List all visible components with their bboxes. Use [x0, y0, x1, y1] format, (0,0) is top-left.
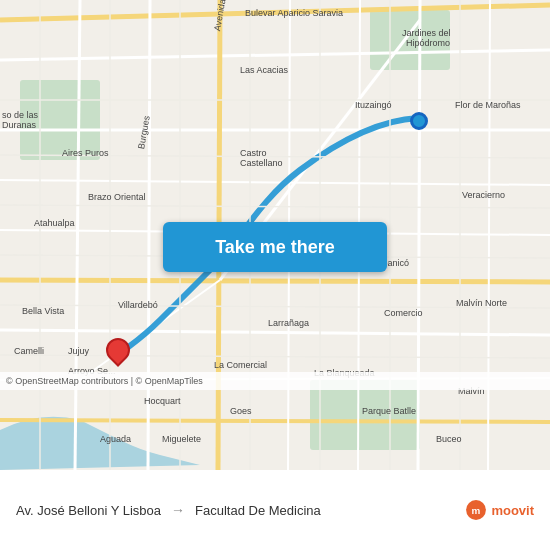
- label-atahualpa: Atahualpa: [34, 218, 75, 228]
- map-container: Bulevar Aparicio Saravia Jardines del Hi…: [0, 0, 550, 470]
- attribution-text: © OpenStreetMap contributors | © OpenMap…: [6, 376, 203, 386]
- origin-label: Av. José Belloni Y Lisboa: [16, 503, 161, 518]
- svg-line-18: [418, 0, 420, 470]
- label-duranas1: so de las: [2, 110, 38, 120]
- label-bellavista: Bella Vista: [22, 306, 64, 316]
- label-goes: Goes: [230, 406, 252, 416]
- label-jardines: Jardines del: [402, 28, 451, 38]
- label-castro2: Castellano: [240, 158, 283, 168]
- label-miguelete: Miguelete: [162, 434, 201, 444]
- label-comercio: Comercio: [384, 308, 423, 318]
- moovit-text: moovit: [491, 503, 534, 518]
- label-aires: Aires Puros: [62, 148, 109, 158]
- label-ituzaingo: Ituzaingó: [355, 100, 392, 110]
- label-bulevar: Bulevar Aparicio Saravia: [245, 8, 343, 18]
- label-parque: Parque Batlle: [362, 406, 416, 416]
- svg-line-9: [0, 280, 550, 282]
- bottom-bar: Av. José Belloni Y Lisboa → Facultad De …: [0, 470, 550, 550]
- label-villardebo: Villardebó: [118, 300, 158, 310]
- label-larranaga: Larrañaga: [268, 318, 309, 328]
- label-hipodromo: Hipódromo: [406, 38, 450, 48]
- destination-label: Facultad De Medicina: [195, 503, 321, 518]
- label-brazo: Brazo Oriental: [88, 192, 146, 202]
- label-jujuy: Jujuy: [68, 346, 89, 356]
- moovit-icon: m: [465, 499, 487, 521]
- origin-marker: [410, 112, 428, 130]
- route-arrow: →: [171, 502, 185, 518]
- route-left: Av. José Belloni Y Lisboa → Facultad De …: [16, 502, 465, 518]
- destination-marker: [106, 338, 130, 368]
- take-me-there-button[interactable]: Take me there: [163, 222, 387, 272]
- route-info: Av. José Belloni Y Lisboa → Facultad De …: [16, 499, 534, 521]
- attribution-bar: © OpenStreetMap contributors | © OpenMap…: [0, 372, 550, 390]
- label-buceo: Buceo: [436, 434, 462, 444]
- label-comercial: La Comercial: [214, 360, 267, 370]
- label-duranas2: Duranas: [2, 120, 36, 130]
- label-veracierno: Veracierno: [462, 190, 505, 200]
- moovit-logo: m moovit: [465, 499, 534, 521]
- svg-line-12: [0, 420, 550, 422]
- label-malvin-norte: Malvín Norte: [456, 298, 507, 308]
- label-acacias: Las Acacias: [240, 65, 288, 75]
- label-hocquart: Hocquart: [144, 396, 181, 406]
- label-flor: Flor de Maroñas: [455, 100, 521, 110]
- label-castro1: Castro: [240, 148, 267, 158]
- label-aguada: Aguada: [100, 434, 131, 444]
- label-camelli: Camelli: [14, 346, 44, 356]
- svg-text:m: m: [472, 505, 481, 516]
